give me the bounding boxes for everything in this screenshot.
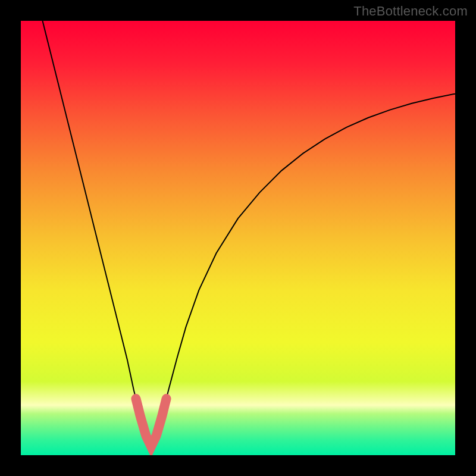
curve-highlight <box>136 399 166 446</box>
bottleneck-curve <box>21 21 455 455</box>
plot-area <box>21 21 455 455</box>
chart-container: TheBottleneck.com <box>0 0 476 476</box>
curve-path <box>43 21 456 446</box>
watermark-text: TheBottleneck.com <box>353 4 468 19</box>
